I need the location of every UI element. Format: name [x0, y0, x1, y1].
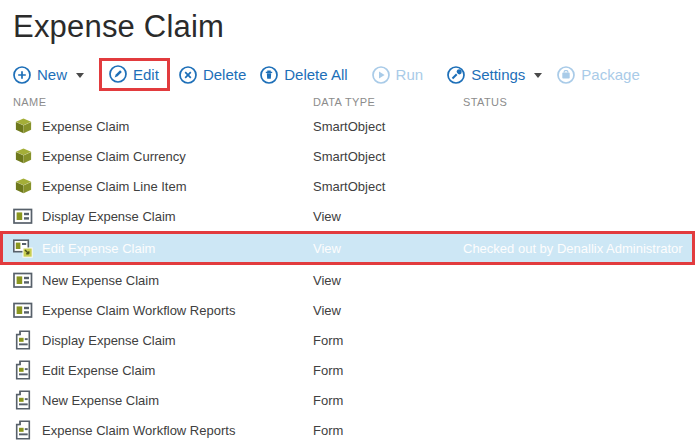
table-row[interactable]: Expense Claim Workflow Reports View	[0, 295, 695, 325]
trash-circle-icon	[259, 65, 279, 85]
smartobject-icon	[13, 177, 33, 195]
form-icon	[13, 420, 33, 440]
table-row[interactable]: Display Expense Claim View	[0, 201, 695, 231]
row-name: Edit Expense Claim	[42, 241, 155, 256]
row-data-type: SmartObject	[313, 179, 463, 194]
settings-button-label: Settings	[471, 66, 525, 83]
package-button-label: Package	[581, 66, 639, 83]
form-icon	[13, 390, 33, 410]
item-list: Expense Claim SmartObject Expense Claim …	[0, 111, 695, 445]
view-icon	[13, 208, 33, 224]
edit-button[interactable]: Edit	[99, 58, 170, 91]
column-header-status: STATUS	[463, 96, 695, 108]
x-circle-icon	[178, 65, 198, 85]
row-data-type: Form	[313, 333, 463, 348]
row-data-type: View	[313, 273, 463, 288]
row-data-type: Form	[313, 393, 463, 408]
table-row[interactable]: Expense Claim Line Item SmartObject	[0, 171, 695, 201]
row-name: New Expense Claim	[42, 273, 159, 288]
row-name: Edit Expense Claim	[42, 363, 155, 378]
row-data-type: View	[313, 209, 463, 224]
table-row[interactable]: Expense Claim Currency SmartObject	[0, 141, 695, 171]
table-row[interactable]: New Expense Claim View	[0, 265, 695, 295]
table-row[interactable]: Display Expense Claim Form	[0, 325, 695, 355]
wrench-circle-icon	[446, 65, 466, 85]
play-circle-icon	[371, 65, 391, 85]
view-icon	[13, 302, 33, 318]
column-headers: NAME DATA TYPE STATUS	[0, 93, 695, 111]
run-button-label: Run	[396, 66, 424, 83]
table-row-selected[interactable]: Edit Expense Claim View Checked out by D…	[0, 231, 695, 265]
view-icon	[13, 272, 33, 288]
table-row[interactable]: Edit Expense Claim Form	[0, 355, 695, 385]
row-name: New Expense Claim	[42, 393, 159, 408]
row-name: Display Expense Claim	[42, 333, 176, 348]
toolbar: New Edit Delete Delete All Run Settings …	[12, 58, 695, 91]
row-data-type: View	[313, 241, 463, 256]
row-name: Expense Claim Currency	[42, 149, 186, 164]
row-name: Expense Claim	[42, 119, 129, 134]
delete-all-button-label: Delete All	[284, 66, 347, 83]
run-button: Run	[371, 65, 424, 85]
pencil-circle-icon	[108, 64, 128, 84]
row-name: Expense Claim Workflow Reports	[42, 303, 235, 318]
plus-circle-icon	[12, 65, 32, 85]
smartobject-icon	[13, 147, 33, 165]
page-title: Expense Claim	[0, 0, 695, 45]
chevron-down-icon[interactable]	[76, 73, 84, 78]
row-data-type: Form	[313, 423, 463, 438]
row-name: Display Expense Claim	[42, 209, 176, 224]
row-data-type: Form	[313, 363, 463, 378]
row-data-type: SmartObject	[313, 119, 463, 134]
row-data-type: SmartObject	[313, 149, 463, 164]
table-row[interactable]: New Expense Claim Form	[0, 385, 695, 415]
view-checked-out-icon	[13, 239, 33, 258]
table-row[interactable]: Expense Claim SmartObject	[0, 111, 695, 141]
row-name: Expense Claim Line Item	[42, 179, 187, 194]
chevron-down-icon[interactable]	[534, 73, 542, 78]
package-circle-icon	[556, 65, 576, 85]
row-status: Checked out by Denallix Administrator	[463, 241, 692, 256]
new-button[interactable]: New	[12, 65, 67, 85]
edit-button-label: Edit	[133, 66, 159, 83]
expense-claim-category-page: Expense Claim New Edit Delete Delete All…	[0, 0, 695, 447]
delete-button[interactable]: Delete	[178, 65, 246, 85]
settings-button[interactable]: Settings	[446, 65, 525, 85]
row-data-type: View	[313, 303, 463, 318]
delete-button-label: Delete	[203, 66, 246, 83]
form-icon	[13, 360, 33, 380]
column-header-data-type: DATA TYPE	[313, 96, 463, 108]
smartobject-icon	[13, 117, 33, 135]
table-row[interactable]: Expense Claim Workflow Reports Form	[0, 415, 695, 445]
new-button-label: New	[37, 66, 67, 83]
package-button: Package	[556, 65, 639, 85]
delete-all-button[interactable]: Delete All	[259, 65, 347, 85]
row-name: Expense Claim Workflow Reports	[42, 423, 235, 438]
column-header-name: NAME	[13, 96, 313, 108]
form-icon	[13, 330, 33, 350]
